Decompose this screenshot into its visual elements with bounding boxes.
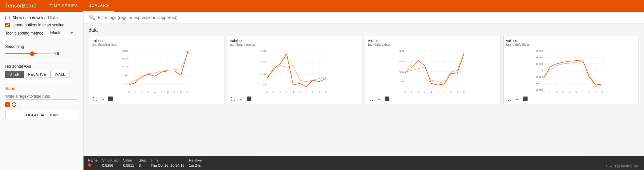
svg-text:2: 2 xyxy=(141,91,143,93)
chart-valacc-actions: ⛶ ≡ ⬛ xyxy=(368,95,498,102)
chart-valacc-subtitle: tag: data/valacc xyxy=(368,43,498,46)
chart-trainloss-menu[interactable]: ≡ xyxy=(238,95,244,102)
svg-text:5: 5 xyxy=(161,91,162,93)
ignore-outliers-checkbox[interactable] xyxy=(5,23,10,27)
run-row-1: . xyxy=(5,102,78,107)
smoothing-row: 0.6 xyxy=(5,51,78,56)
svg-text:4: 4 xyxy=(569,91,570,93)
chart-valloss-svg: 0.692 0.688 0.684 0.68 0.676 0.672 0.668… xyxy=(506,48,636,93)
svg-text:2: 2 xyxy=(279,91,281,93)
col-smoothed-header: Smoothed xyxy=(101,158,122,163)
svg-text:3: 3 xyxy=(562,91,564,93)
svg-text:6: 6 xyxy=(167,91,169,93)
h-axis-step-button[interactable]: STEP xyxy=(5,71,24,78)
runs-title: Runs xyxy=(5,86,78,91)
h-axis-wall-button[interactable]: WALL xyxy=(51,71,69,78)
svg-text:0.56: 0.56 xyxy=(399,50,405,52)
h-axis-buttons: STEP RELATIVE WALL xyxy=(5,71,78,78)
chart-valloss-download[interactable]: ⬛ xyxy=(522,95,529,102)
tooltip-step-cell: 8 xyxy=(138,163,150,168)
svg-text:0: 0 xyxy=(266,91,268,93)
svg-text:0.512: 0.512 xyxy=(122,66,129,69)
svg-text:4: 4 xyxy=(154,91,156,93)
ignore-outliers-checkbox-row[interactable]: Ignore outliers in chart scaling xyxy=(5,23,78,27)
filter-bar: 🔍 xyxy=(84,12,644,23)
svg-text:0.704: 0.704 xyxy=(260,61,267,64)
chart-trainacc-download[interactable]: ⬛ xyxy=(107,95,114,102)
svg-text:0.668: 0.668 xyxy=(536,89,543,92)
chart-valacc-expand[interactable]: ⛶ xyxy=(368,95,375,102)
smoothing-slider[interactable] xyxy=(5,53,51,54)
chart-valloss-subtitle: tag: data/valloss xyxy=(506,43,636,46)
runs-section: Runs . TOGGLE ALL RUNS xyxy=(5,86,78,119)
svg-text:3: 3 xyxy=(148,91,149,93)
svg-text:0: 0 xyxy=(405,91,406,93)
svg-text:9: 9 xyxy=(187,91,189,93)
svg-text:4: 4 xyxy=(292,91,294,93)
tooltip-row: . 0.5256 0.5511 8 Thu Oct 26, 20:34:13 1… xyxy=(87,163,206,168)
toggle-all-runs-button[interactable]: TOGGLE ALL RUNS xyxy=(5,111,78,119)
col-step-header: Step xyxy=(138,158,150,163)
svg-text:1: 1 xyxy=(273,91,274,93)
tooltip-value-cell: 0.5511 xyxy=(123,163,138,168)
chart-valacc-download[interactable]: ⬛ xyxy=(384,95,390,102)
nav-time-series[interactable]: TIME SERIES xyxy=(44,0,83,12)
chart-trainacc: trainacc tag: data/trainacc xyxy=(89,36,224,105)
run-circle-1[interactable] xyxy=(12,102,16,107)
divider-1 xyxy=(5,40,78,40)
header: TensorBoard TIME SERIES SCALARS xyxy=(0,0,644,12)
tooltip-sorting-row: Tooltip sorting method: default ascendin… xyxy=(5,30,78,36)
charts-area: data trainacc tag: data/trainacc xyxy=(84,23,644,109)
svg-text:0.676: 0.676 xyxy=(536,76,543,78)
svg-text:0.706: 0.706 xyxy=(260,50,267,52)
svg-text:0.54: 0.54 xyxy=(399,60,405,63)
tooltip-time-cell: Thu Oct 26, 20:34:13 xyxy=(150,163,188,168)
show-download-checkbox[interactable] xyxy=(5,16,10,20)
chart-trainloss-actions: ⛶ ≡ ⬛ xyxy=(230,95,360,102)
svg-text:5: 5 xyxy=(575,91,577,93)
svg-text:1: 1 xyxy=(549,91,551,93)
col-value-header: Value xyxy=(123,158,138,163)
show-download-checkbox-row[interactable]: Show data download links xyxy=(5,16,78,20)
chart-valacc-menu[interactable]: ≡ xyxy=(376,95,382,102)
tooltip-smoothed-cell: 0.5256 xyxy=(101,163,122,168)
show-download-label: Show data download links xyxy=(12,16,58,20)
svg-text:0.506: 0.506 xyxy=(122,74,129,77)
run-checkbox-1[interactable] xyxy=(5,102,10,107)
svg-text:5: 5 xyxy=(437,91,439,93)
h-axis-relative-button[interactable]: RELATIVE xyxy=(24,71,51,78)
chart-trainloss: trainloss tag: data/trainloss xyxy=(227,36,363,105)
svg-text:8: 8 xyxy=(595,91,596,93)
chart-trainloss-expand[interactable]: ⛶ xyxy=(230,95,237,102)
chart-valloss-menu[interactable]: ≡ xyxy=(514,95,521,102)
app-body: Show data download links Ignore outliers… xyxy=(0,12,644,170)
logo: TensorBoard xyxy=(5,3,37,9)
svg-text:6: 6 xyxy=(582,91,583,93)
svg-text:5: 5 xyxy=(299,91,300,93)
chart-valloss-actions: ⛶ ≡ ⬛ xyxy=(506,95,636,102)
svg-text:0.702: 0.702 xyxy=(260,72,267,75)
chart-trainacc-expand[interactable]: ⛶ xyxy=(92,95,98,102)
nav-scalars[interactable]: SCALARS xyxy=(83,0,114,12)
runs-filter-input[interactable] xyxy=(5,93,78,100)
chart-trainloss-download[interactable]: ⬛ xyxy=(246,95,252,102)
svg-text:0: 0 xyxy=(128,91,130,93)
chart-valloss-expand[interactable]: ⛶ xyxy=(506,95,513,102)
main-content: 🔍 data trainacc tag: data/trainacc xyxy=(84,12,644,170)
col-relative-header: Relative xyxy=(188,158,206,163)
chart-trainacc-menu[interactable]: ≡ xyxy=(100,95,106,102)
tooltip-relative-cell: 1m 24s xyxy=(188,163,206,168)
tooltip-sorting-label: Tooltip sorting method: xyxy=(5,31,45,35)
divider-3 xyxy=(5,82,78,82)
tooltip-sorting-select[interactable]: default ascending descending nearest xyxy=(47,30,74,36)
sidebar: Show data download links Ignore outliers… xyxy=(0,12,84,170)
svg-text:0.524: 0.524 xyxy=(122,50,129,52)
h-axis-section: Horizontal Axis STEP RELATIVE WALL xyxy=(5,64,78,78)
filter-input[interactable] xyxy=(98,15,639,20)
svg-text:0.5: 0.5 xyxy=(125,82,129,85)
col-time-header: Time xyxy=(150,158,188,163)
svg-text:8: 8 xyxy=(457,91,458,93)
svg-text:9: 9 xyxy=(325,91,327,93)
col-name-header: Name xyxy=(87,158,101,163)
tooltip-dot xyxy=(88,163,91,167)
